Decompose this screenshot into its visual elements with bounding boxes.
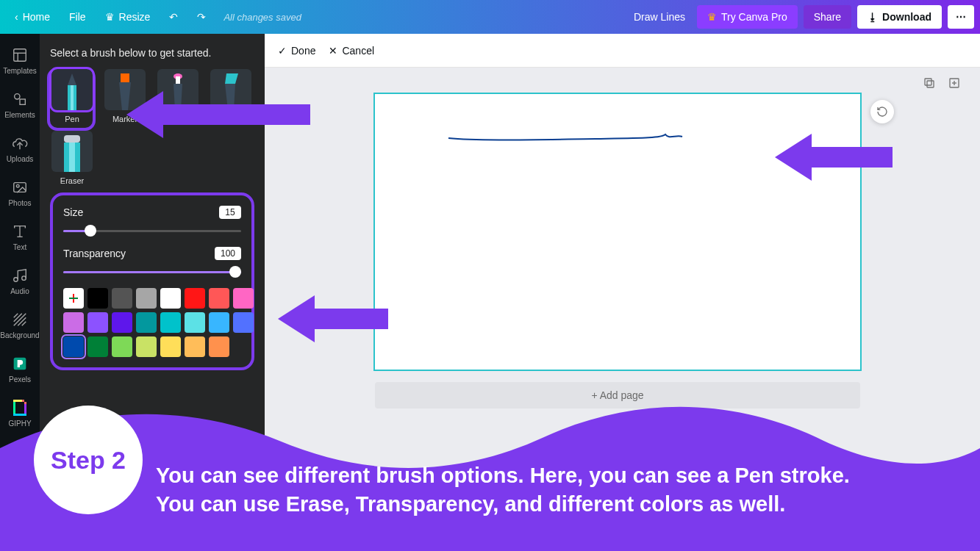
size-value[interactable]: 15 [219, 206, 241, 219]
templates-icon [11, 46, 29, 64]
color-swatch[interactable] [209, 288, 229, 309]
giphy-icon [11, 399, 29, 417]
rail-text[interactable]: Text [0, 215, 40, 259]
file-button[interactable]: File [60, 5, 95, 29]
topbar-right: Draw Lines ♛ Try Canva Pro Share ⭳ Downl… [634, 5, 974, 29]
download-label: Download [882, 11, 931, 23]
svg-rect-17 [13, 401, 15, 414]
color-swatch[interactable] [112, 336, 132, 357]
undo-button[interactable]: ↶ [160, 5, 187, 29]
size-row: Size 15 [63, 206, 241, 219]
new-page-icon[interactable] [948, 76, 961, 93]
text-icon [11, 223, 29, 240]
svg-rect-38 [927, 81, 934, 87]
svg-marker-45 [775, 134, 893, 181]
cancel-button[interactable]: ✕ Cancel [329, 45, 374, 57]
duplicate-page-icon[interactable] [923, 76, 936, 93]
color-swatch[interactable] [160, 312, 181, 333]
color-swatch[interactable] [209, 336, 229, 357]
download-button[interactable]: ⭳ Download [857, 5, 942, 29]
rail-label: Pexels [9, 375, 31, 383]
step-label: Step 2 [51, 446, 126, 475]
add-color-button[interactable] [63, 288, 84, 309]
share-label: Share [814, 11, 841, 23]
brush-controls: Size 15 Transparency 100 [50, 192, 254, 370]
svg-rect-29 [176, 76, 180, 84]
background-icon [11, 311, 29, 328]
rail-pexels[interactable]: Pexels [0, 347, 40, 391]
add-page-button[interactable]: + Add page [375, 382, 860, 408]
color-swatch[interactable] [160, 288, 181, 309]
brush-eraser[interactable]: Eraser [50, 131, 94, 185]
rail-background[interactable]: Background [0, 303, 40, 347]
transparency-slider[interactable] [63, 264, 241, 279]
redo-icon: ↷ [197, 11, 206, 23]
slider-thumb[interactable] [85, 225, 96, 237]
check-icon: ✓ [278, 45, 287, 57]
rail-elements[interactable]: Elements [0, 82, 40, 126]
svg-line-15 [22, 321, 26, 325]
resize-button[interactable]: ♛ Resize [96, 5, 160, 29]
chevron-left-icon: ‹ [15, 11, 18, 23]
try-pro-button[interactable]: ♛ Try Canva Pro [697, 5, 798, 29]
rail-giphy[interactable]: GIPHY [0, 391, 40, 435]
document-title[interactable]: Draw Lines [634, 11, 685, 23]
svg-rect-22 [24, 402, 26, 404]
color-swatch[interactable] [160, 336, 181, 357]
more-button[interactable]: ⋯ [948, 5, 974, 29]
color-swatch[interactable] [87, 288, 108, 309]
color-swatch[interactable] [87, 312, 108, 333]
color-swatch[interactable] [112, 288, 132, 309]
color-swatch[interactable] [185, 288, 205, 309]
svg-point-9 [14, 277, 18, 281]
svg-rect-35 [69, 143, 75, 172]
annotation-arrow-2 [278, 289, 396, 348]
rail-audio[interactable]: Audio [0, 259, 40, 303]
resize-label: Resize [119, 11, 151, 23]
color-swatch[interactable] [136, 288, 157, 309]
rail-label: Elements [4, 111, 35, 119]
done-label: Done [291, 45, 315, 57]
cancel-label: Cancel [342, 45, 374, 57]
svg-rect-21 [22, 400, 24, 402]
rail-label: Text [13, 243, 26, 251]
color-swatch[interactable] [185, 336, 205, 357]
share-button[interactable]: Share [804, 5, 851, 29]
transparency-value[interactable]: 100 [215, 247, 241, 260]
rail-templates[interactable]: Templates [0, 38, 40, 82]
color-swatch[interactable] [63, 312, 84, 333]
rail-label: Uploads [7, 155, 34, 163]
rotate-handle[interactable] [870, 100, 894, 123]
uploads-icon [11, 134, 29, 152]
svg-rect-33 [64, 135, 80, 143]
rail-label: Templates [3, 67, 37, 75]
color-swatch[interactable] [87, 336, 108, 357]
color-swatch[interactable] [209, 312, 229, 333]
color-swatch[interactable] [185, 312, 205, 333]
size-slider[interactable] [63, 223, 241, 238]
color-swatch-selected[interactable] [63, 336, 84, 357]
topbar-left: ‹ Home File ♛ Resize ↶ ↷ All changes sav… [6, 5, 301, 29]
color-swatch[interactable] [136, 312, 157, 333]
rotate-icon [876, 106, 888, 118]
slider-thumb[interactable] [229, 266, 241, 278]
rail-photos[interactable]: Photos [0, 170, 40, 215]
color-swatches [63, 288, 241, 357]
color-swatch[interactable] [233, 288, 254, 309]
color-swatch[interactable] [136, 336, 157, 357]
color-swatch[interactable] [112, 312, 132, 333]
done-button[interactable]: ✓ Done [278, 45, 315, 57]
home-button[interactable]: ‹ Home [6, 5, 59, 29]
svg-marker-31 [225, 73, 238, 84]
rail-label: GIPHY [8, 419, 31, 428]
download-icon: ⭳ [868, 11, 878, 23]
svg-rect-39 [925, 79, 931, 85]
rail-uploads[interactable]: Uploads [0, 126, 40, 170]
svg-marker-43 [126, 91, 310, 138]
pen-icon [51, 69, 93, 110]
close-icon: ✕ [329, 45, 337, 57]
color-swatch[interactable] [233, 312, 254, 333]
redo-button[interactable]: ↷ [188, 5, 215, 29]
svg-marker-44 [278, 295, 388, 342]
add-page-label: + Add page [591, 389, 643, 401]
